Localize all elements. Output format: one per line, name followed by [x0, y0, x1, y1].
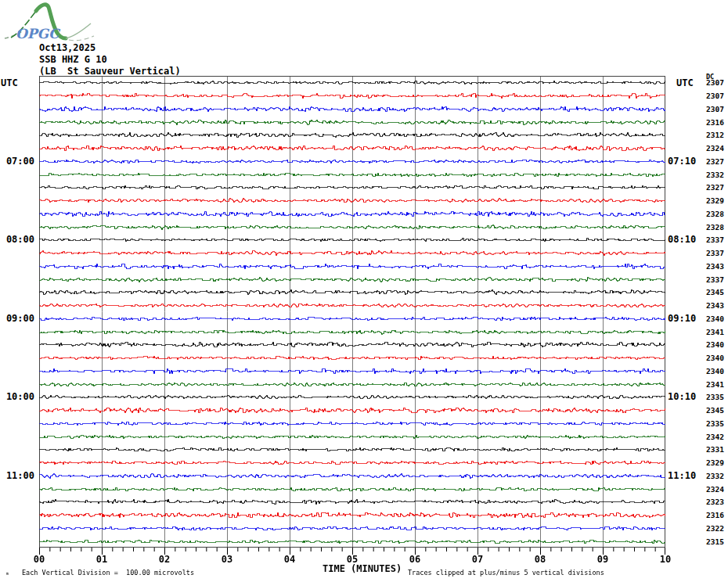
logo-text: OPGC — [16, 26, 61, 41]
dc-value: 2340 — [706, 354, 724, 362]
dc-value: 2324 — [706, 484, 724, 493]
dc-value: 2327 — [706, 156, 724, 165]
x-tick-label: 06 — [403, 554, 427, 565]
dc-value: 2332 — [706, 170, 724, 178]
dc-value: 2324 — [706, 144, 724, 153]
dc-value: 2341 — [706, 379, 724, 388]
x-tick-label: 00 — [27, 554, 51, 565]
dc-value: 2343 — [706, 261, 724, 270]
dc-value: 2345 — [706, 288, 724, 296]
dc-value: 2332 — [706, 471, 724, 480]
title-date: Oct13,2025 — [39, 42, 181, 54]
title-station: SSB HHZ G 10 — [39, 54, 181, 66]
dc-value: 2307 — [706, 78, 724, 87]
dc-value: 2307 — [706, 104, 724, 113]
dc-values-column: 2307230723072316231223242327233223272329… — [706, 76, 728, 548]
dc-value: 2328 — [706, 209, 724, 217]
dc-value: 2329 — [706, 458, 724, 467]
dc-value: 2316 — [706, 117, 724, 126]
x-tick-label: 03 — [215, 554, 239, 565]
dc-value: 2337 — [706, 275, 724, 283]
dc-value: 2340 — [706, 366, 724, 375]
hour-label-left: 07:00 — [6, 156, 34, 167]
opgc-logo: OPGC — [3, 2, 96, 45]
hour-label-right: 11:10 — [668, 470, 696, 481]
dc-value: 2343 — [706, 301, 724, 310]
right-hour-labels-column: 07:1008:1009:1010:1011:10 — [668, 76, 704, 548]
dc-value: 2340 — [706, 340, 724, 349]
hour-label-left: 08:00 — [6, 234, 34, 245]
dc-value: 2327 — [706, 183, 724, 192]
dc-value: 2323 — [706, 498, 724, 506]
dc-value: 2341 — [706, 327, 724, 336]
dc-value: 2312 — [706, 131, 724, 139]
dc-value: 2328 — [706, 222, 724, 231]
helicorder-page: OPGC Oct13,2025 SSB HHZ G 10 (LB St Sauv… — [0, 0, 728, 582]
hour-label-right: 10:10 — [668, 391, 696, 402]
hour-label-right: 07:10 — [668, 156, 696, 167]
hour-label-left: 10:00 — [6, 391, 34, 402]
x-tick-label: 09 — [591, 554, 614, 565]
corner-mark: ₘ — [5, 569, 9, 577]
dc-value: 2335 — [706, 393, 724, 401]
x-tick-label: 01 — [90, 554, 114, 565]
logo-dash-right — [69, 36, 94, 41]
x-axis-title: TIME (MINUTES) — [323, 563, 402, 574]
dc-value: 2331 — [706, 445, 724, 454]
x-tick-label: 10 — [654, 554, 677, 565]
title-block: Oct13,2025 SSB HHZ G 10 (LB St Sauveur V… — [39, 42, 181, 77]
dc-value: 2315 — [706, 537, 724, 545]
hour-label-right: 08:10 — [668, 234, 696, 245]
dc-value: 2342 — [706, 432, 724, 440]
left-hour-labels-column: 07:0008:0009:0010:0011:00 — [0, 76, 37, 548]
dc-value: 2340 — [706, 314, 724, 322]
x-tick-label: 04 — [278, 554, 301, 565]
dc-value: 2345 — [706, 406, 724, 415]
x-tick-label: 08 — [528, 554, 552, 565]
hour-label-right: 09:10 — [668, 313, 696, 324]
dc-value: 2329 — [706, 196, 724, 205]
x-tick-label: 02 — [153, 554, 176, 565]
hour-label-left: 11:00 — [6, 470, 34, 481]
logo-tail-curve — [66, 23, 91, 38]
clip-note: Traces clipped at plus/minus 5 vertical … — [408, 569, 604, 577]
hour-label-left: 09:00 — [6, 313, 34, 324]
dc-value: 2337 — [706, 235, 724, 244]
dc-value: 2316 — [706, 511, 724, 519]
scale-note: Each Vertical Division = 100.00 microvol… — [22, 569, 194, 577]
dc-value: 2337 — [706, 249, 724, 257]
dc-value: 2307 — [706, 92, 724, 100]
helicorder-plot-canvas — [39, 76, 665, 555]
x-tick-label: 07 — [466, 554, 489, 565]
dc-value: 2335 — [706, 419, 724, 427]
dc-value: 2322 — [706, 523, 724, 532]
